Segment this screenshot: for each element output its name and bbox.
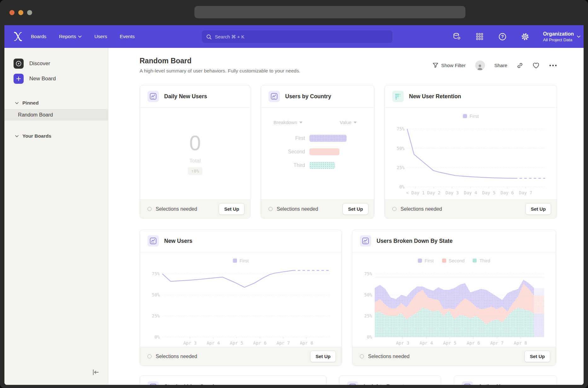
card-title: Users by Country bbox=[285, 93, 331, 100]
table-row: Second bbox=[261, 148, 374, 155]
kpi-body: 0 Total ↑0% bbox=[140, 108, 250, 199]
svg-text:Apr 5: Apr 5 bbox=[443, 340, 456, 345]
legend-item[interactable]: Second bbox=[442, 258, 465, 263]
set-up-button[interactable]: Set Up bbox=[525, 203, 551, 215]
card-users-by-country: Users by Country Breakdown Value bbox=[261, 85, 374, 219]
mixpanel-logo-icon[interactable] bbox=[14, 32, 22, 41]
nav-item-boards[interactable]: Boards bbox=[31, 34, 46, 39]
share-button[interactable]: Share bbox=[494, 63, 507, 68]
breakdown-dropdown[interactable]: Breakdown bbox=[274, 120, 303, 125]
help-icon[interactable]: ? bbox=[498, 32, 507, 41]
sidebar-item-discover[interactable]: Discover bbox=[4, 56, 108, 71]
chevron-down-icon bbox=[78, 36, 82, 38]
svg-text:50%: 50% bbox=[397, 146, 405, 151]
legend-swatch bbox=[233, 259, 237, 263]
card-new-user-retention: New User Retention First 75%50%25%0%< Da… bbox=[384, 85, 557, 219]
discover-compass-icon bbox=[14, 59, 24, 69]
chevron-down-icon bbox=[299, 122, 303, 123]
org-project: All Project Data bbox=[543, 37, 574, 42]
legend-swatch bbox=[473, 259, 477, 263]
set-up-button[interactable]: Set Up bbox=[343, 203, 368, 215]
nav-item-label: Users bbox=[94, 34, 107, 39]
more-options-icon[interactable] bbox=[549, 64, 557, 67]
set-up-button[interactable]: Set Up bbox=[524, 351, 550, 362]
chevron-down-icon bbox=[577, 36, 580, 38]
status-circle-icon bbox=[147, 354, 152, 358]
sidebar-section-your-boards[interactable]: Your Boards bbox=[4, 130, 108, 142]
sidebar-item-random-board[interactable]: Random Board bbox=[4, 109, 108, 121]
set-up-button[interactable]: Set Up bbox=[310, 351, 336, 362]
nav-item-label: Boards bbox=[31, 34, 46, 39]
minimize-window-button[interactable] bbox=[18, 10, 23, 15]
app-window: Boards Reports Users Events Search ⌘ + K bbox=[0, 0, 588, 388]
close-window-button[interactable] bbox=[9, 10, 14, 15]
card-title: Users Broken Down By State bbox=[377, 238, 453, 244]
svg-text:Apr 4: Apr 4 bbox=[419, 340, 433, 345]
window-titlebar bbox=[0, 0, 588, 25]
legend-item[interactable]: First bbox=[463, 113, 479, 119]
kpi-value: 0 bbox=[189, 133, 201, 153]
favorite-heart-icon[interactable] bbox=[533, 62, 539, 69]
status-label: Selections needed bbox=[156, 354, 197, 359]
legend-item[interactable]: First bbox=[418, 258, 434, 263]
svg-text:Apr 6: Apr 6 bbox=[467, 340, 480, 345]
new-users-chart-body: First 75%50%25%0%Apr 3Apr 4Apr 5Apr 6Apr… bbox=[140, 252, 342, 347]
copy-link-icon[interactable] bbox=[517, 62, 523, 69]
value-dropdown[interactable]: Value bbox=[340, 120, 357, 125]
nav-item-users[interactable]: Users bbox=[94, 34, 107, 39]
card-new-users: New Users First 75%50%25%0%Apr 3Apr 4Apr… bbox=[140, 230, 342, 366]
sidebar-section-pinned[interactable]: Pinned bbox=[4, 97, 108, 109]
set-up-button[interactable]: Set Up bbox=[219, 203, 245, 215]
row-label: Second bbox=[261, 149, 305, 155]
value-bar bbox=[309, 135, 347, 142]
table-row: Third bbox=[261, 162, 374, 169]
show-filter-label: Show Filter bbox=[441, 63, 466, 68]
insights-chart-icon bbox=[347, 381, 358, 385]
search-input[interactable]: Search ⌘ + K bbox=[201, 30, 393, 43]
svg-text:Day 7: Day 7 bbox=[519, 190, 532, 195]
browser-viewport: Boards Reports Users Events Search ⌘ + K bbox=[4, 25, 584, 385]
card-active-users: Active Users bbox=[454, 375, 557, 385]
new-users-line-chart: 75%50%25%0%Apr 3Apr 4Apr 5Apr 6Apr 7Apr … bbox=[147, 265, 334, 347]
legend-swatch bbox=[442, 259, 446, 263]
collapse-sidebar-icon[interactable] bbox=[92, 369, 99, 377]
card-title: Daily New Users bbox=[164, 93, 207, 100]
data-management-icon[interactable] bbox=[452, 32, 462, 41]
legend-item[interactable]: First bbox=[233, 258, 249, 263]
kpi-label: Total bbox=[189, 158, 201, 164]
board-actions: Show Filter Share bbox=[433, 60, 557, 70]
svg-text:Apr 4: Apr 4 bbox=[207, 340, 220, 345]
status-label: Selections needed bbox=[368, 354, 410, 359]
chart-legend: First bbox=[140, 258, 342, 263]
sidebar-item-label: Discover bbox=[29, 60, 50, 67]
svg-text:Day 5: Day 5 bbox=[482, 190, 495, 195]
settings-gear-icon[interactable] bbox=[520, 32, 530, 41]
legend-item[interactable]: Third bbox=[473, 258, 490, 263]
value-bar bbox=[309, 148, 339, 155]
svg-text:75%: 75% bbox=[152, 271, 160, 276]
org-switcher[interactable]: Organization All Project Data bbox=[543, 31, 580, 42]
svg-text:Apr 8: Apr 8 bbox=[300, 340, 313, 345]
svg-text:Apr 8: Apr 8 bbox=[514, 340, 527, 345]
browser-address-bar[interactable] bbox=[194, 6, 465, 18]
avatar[interactable] bbox=[475, 60, 485, 70]
card-stacked-line-graph: Stacked Line Graph bbox=[140, 375, 326, 385]
show-filter-button[interactable]: Show Filter bbox=[433, 63, 466, 68]
svg-text:Apr 3: Apr 3 bbox=[183, 340, 197, 345]
nav-item-reports[interactable]: Reports bbox=[59, 34, 82, 39]
svg-text:75%: 75% bbox=[364, 271, 372, 276]
card-daily-new-users: Daily New Users 0 Total ↑0% Selections n… bbox=[140, 85, 251, 219]
svg-text:Apr 6: Apr 6 bbox=[253, 340, 267, 345]
zoom-window-button[interactable] bbox=[27, 10, 32, 15]
svg-text:Apr 7: Apr 7 bbox=[276, 340, 290, 345]
card-title: Active Users bbox=[478, 384, 512, 385]
insights-chart-icon bbox=[147, 235, 159, 247]
sidebar-item-new-board[interactable]: New Board bbox=[4, 71, 108, 86]
insights-chart-icon bbox=[462, 381, 473, 385]
status: Selections needed bbox=[147, 354, 197, 359]
main-content: Random Board A high-level summary of use… bbox=[108, 48, 584, 385]
svg-text:25%: 25% bbox=[397, 165, 405, 170]
board-label: Random Board bbox=[18, 112, 53, 117]
apps-grid-icon[interactable] bbox=[475, 32, 484, 41]
nav-item-events[interactable]: Events bbox=[120, 34, 135, 39]
